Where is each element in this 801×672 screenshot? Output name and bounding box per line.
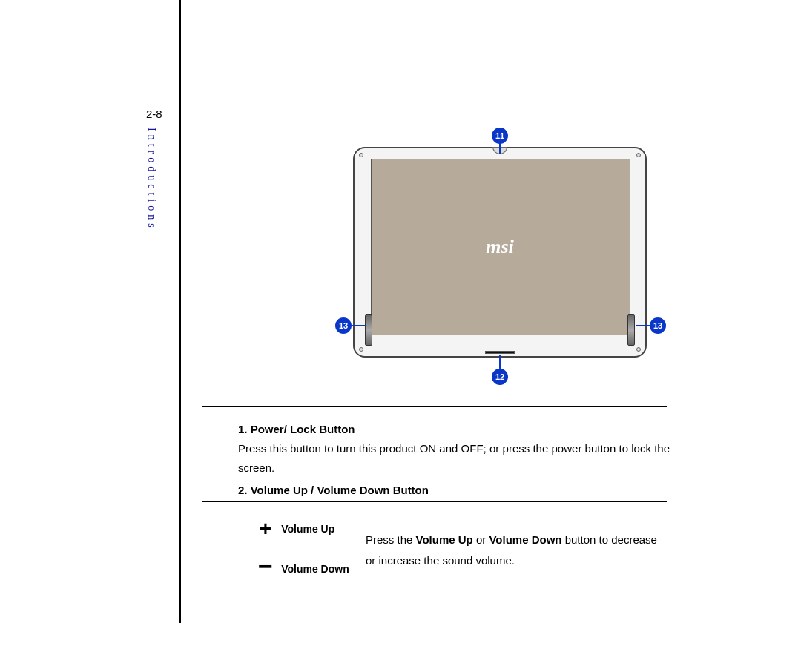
volume-up-row: + Volume Up (253, 521, 357, 537)
bottom-slot-icon (485, 351, 515, 354)
leader-line (636, 325, 650, 326)
tablet-body: msi (353, 147, 647, 358)
text: or (473, 533, 490, 546)
vertical-divider (179, 0, 181, 623)
leader-line (499, 355, 501, 369)
item-1-body: Press this button to turn this product O… (238, 439, 670, 478)
page-number: 2-8 (146, 108, 162, 120)
hinge-left-icon (365, 314, 372, 346)
volume-down-label: Volume Down (281, 563, 357, 575)
item-2-heading: 2. Volume Up / Volume Down Button (238, 481, 670, 500)
text: Press the (366, 533, 416, 546)
section-title-vertical: Introductions (145, 128, 157, 231)
screw-icon (359, 153, 363, 157)
text-bold: Volume Down (489, 533, 561, 546)
hinge-right-icon (627, 314, 635, 346)
screw-icon (636, 347, 641, 352)
item-1-heading: 1. Power/ Lock Button (238, 420, 670, 439)
callout-11: 11 (492, 128, 508, 144)
leader-line (499, 143, 501, 154)
screw-icon (636, 153, 641, 157)
text-bold: Volume Up (416, 533, 473, 546)
callout-13-left: 13 (335, 317, 352, 334)
horizontal-rule (202, 501, 667, 502)
manual-page: 2-8 Introductions msi 11 12 13 13 1. Pow… (0, 0, 801, 672)
leader-line (352, 325, 365, 326)
device-diagram: msi (353, 147, 647, 358)
volume-down-row: − Volume Down (253, 561, 357, 577)
volume-up-label: Volume Up (281, 523, 357, 535)
callout-13-right: 13 (650, 317, 666, 334)
volume-description: Press the Volume Up or Volume Down butto… (366, 530, 670, 571)
callout-12: 12 (492, 369, 508, 385)
plus-icon: + (253, 521, 278, 537)
msi-logo: msi (355, 236, 645, 258)
screw-icon (359, 347, 363, 352)
horizontal-rule (202, 406, 667, 407)
horizontal-rule (202, 587, 667, 587)
minus-icon: − (253, 558, 278, 574)
